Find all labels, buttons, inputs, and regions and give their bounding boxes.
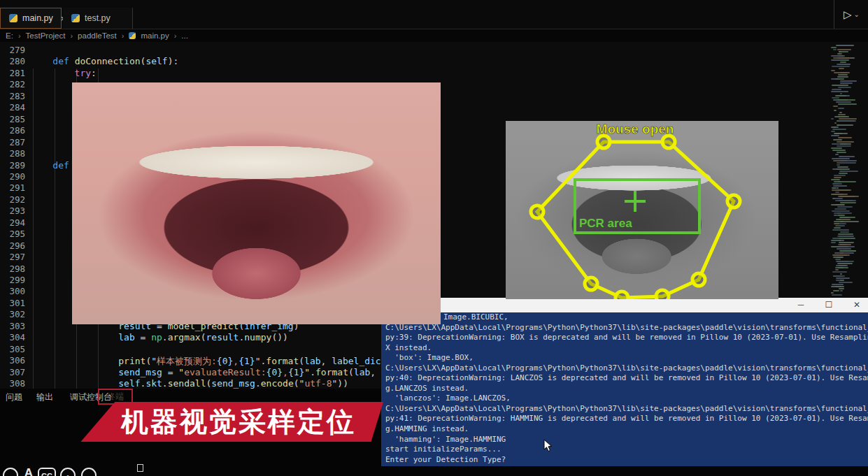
console-line: g.HAMMING instead. [381, 424, 868, 435]
panel-tab-output[interactable]: 输出 [36, 391, 53, 403]
editor-tab-bar: main.py × test.py ▷ ⌄ [0, 0, 868, 29]
line-number: 300 [0, 286, 25, 297]
cc-badge-icon: CC [38, 468, 56, 476]
code-line: 308 self.skt.sendall(send_msg.encode("ut… [0, 378, 348, 389]
line-number: 293 [0, 205, 25, 217]
mouse-cursor [543, 439, 553, 452]
line-number: 301 [0, 298, 25, 309]
line-number: 303 [0, 321, 25, 332]
breadcrumb-separator: › [70, 31, 73, 40]
console-line: py:41: DeprecationWarning: HAMMING is de… [381, 414, 868, 424]
line-number: 305 [0, 344, 25, 355]
console-line: Image.BICUBIC, [381, 312, 868, 323]
tab-label: main.py [22, 13, 53, 23]
cv-roi-label: PCR area [579, 217, 632, 230]
code-line: 300 [0, 286, 31, 297]
code-line: 286 [0, 125, 31, 136]
line-number: 296 [0, 240, 25, 252]
letter-a-icon: A [22, 468, 35, 476]
breadcrumb-symbol[interactable]: ... [181, 31, 188, 40]
line-number: 290 [0, 171, 25, 182]
circle-icon [3, 468, 18, 476]
run-dropdown-icon[interactable]: ⌄ [854, 10, 860, 18]
console-title-bar[interactable]: ─ ☐ ✕ [381, 298, 868, 312]
cv-title-label: Mouse open [597, 122, 674, 136]
line-number: 280 [0, 56, 25, 67]
code-line: 295 [0, 229, 31, 240]
code-line: 305 [0, 344, 31, 355]
line-number: 292 [0, 194, 25, 205]
code-line: 302 [0, 309, 31, 320]
code-line: 287 [0, 137, 31, 148]
breadcrumb-file[interactable]: main.py [141, 31, 169, 40]
cv-annotation-overlay: Mouse openPCR area [506, 121, 778, 299]
console-line: 'lanczos': Image.LANCZOS, [381, 394, 868, 404]
line-number: 283 [0, 91, 25, 102]
line-number: 284 [0, 102, 25, 113]
breadcrumb-separator: › [122, 31, 124, 40]
console-line: py:40: DeprecationWarning: LANCZOS is de… [381, 373, 868, 384]
console-line: start initializeParams... [381, 445, 868, 455]
breadcrumb-drive[interactable]: E: [6, 31, 13, 40]
line-number: 287 [0, 137, 25, 148]
line-number: 302 [0, 309, 25, 320]
breadcrumb[interactable]: E: › TestProject › paddleTest › main.py … [6, 29, 495, 42]
code-line: 298 [0, 264, 31, 275]
code-line: 280 def doConnection(self): [0, 56, 178, 67]
line-number: 304 [0, 332, 25, 343]
watermark-icons: A CC • → [1, 466, 141, 476]
close-icon[interactable]: ✕ [843, 298, 868, 312]
code-line: 289 def [0, 160, 69, 171]
line-number: 291 [0, 182, 25, 194]
code-line: 301 [0, 298, 31, 309]
minimap[interactable] [831, 45, 863, 296]
python-file-icon [9, 14, 17, 22]
minimize-icon[interactable]: ─ [787, 298, 815, 312]
console-line: 'box': Image.BOX, [381, 353, 868, 363]
line-number: 282 [0, 79, 25, 90]
tab-test-py[interactable]: test.py [63, 8, 133, 29]
code-line: 299 [0, 275, 31, 286]
console-line: C:\Users\LX\AppData\Local\Programs\Pytho… [381, 363, 868, 374]
person-circle-icon: • [60, 468, 76, 476]
maximize-icon[interactable]: ☐ [815, 298, 843, 312]
code-line: 283 [0, 91, 31, 102]
console-line: C:\Users\LX\AppData\Local\Programs\Pytho… [381, 404, 868, 414]
code-line: 290 [0, 171, 31, 182]
console-output: Image.BICUBIC,C:\Users\LX\AppData\Local\… [381, 312, 868, 466]
code-line: 285 [0, 114, 31, 125]
line-number: 288 [0, 148, 25, 159]
code-line: 282 [0, 79, 31, 90]
code-line: 306 print("样本被预测为:{0},{1}".format(lab, l… [0, 355, 414, 366]
line-number: 281 [0, 68, 25, 79]
line-number: 286 [0, 125, 25, 136]
ide-window: main.py × test.py ▷ ⌄ E: › TestProject ›… [0, 0, 868, 476]
code-line: 284 [0, 102, 31, 113]
panel-tab-terminal[interactable]: 终端 [99, 391, 131, 403]
code-line: 307 send_msg = "evaluateResult:{0},{1}".… [0, 367, 420, 378]
caption-text: 机器视觉采样定位 [106, 403, 356, 441]
run-toolbar: ▷ ⌄ [834, 0, 868, 29]
breadcrumb-folder[interactable]: paddleTest [78, 31, 117, 40]
code-line: 294 [0, 217, 31, 229]
code-line: 291 [0, 182, 31, 194]
mouth-photo-image [72, 82, 441, 324]
breadcrumb-project[interactable]: TestProject [26, 31, 66, 40]
console-line: C:\Users\LX\AppData\Local\Programs\Pytho… [381, 323, 868, 333]
console-window[interactable]: ─ ☐ ✕ Image.BICUBIC,C:\Users\LX\AppData\… [381, 298, 868, 466]
code-line: 279 [0, 45, 31, 56]
line-number: 285 [0, 114, 25, 125]
code-line: 293 [0, 205, 31, 217]
code-line: 297 [0, 252, 31, 263]
console-line: g.LANCZOS instead. [381, 384, 868, 394]
breadcrumb-separator: › [18, 31, 21, 40]
line-number: 298 [0, 264, 25, 275]
panel-tab-problems[interactable]: 问题 [6, 391, 22, 403]
tab-main-py[interactable]: main.py × [0, 8, 62, 29]
code-line: 304 lab = np.argmax(result.numpy()) [0, 332, 288, 343]
console-line: Enter your Detection Type? [381, 455, 868, 466]
code-line: 292 [0, 194, 31, 205]
line-number: 295 [0, 229, 25, 240]
console-line: 'hamming': Image.HAMMING [381, 435, 868, 445]
run-button[interactable]: ▷ [844, 8, 852, 21]
